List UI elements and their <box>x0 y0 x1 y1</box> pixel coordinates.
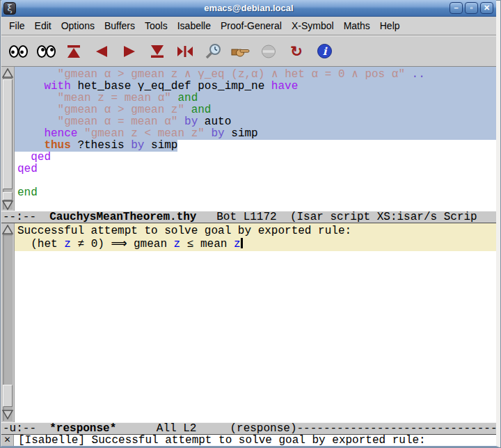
response-highlight: Successful attempt to solve goal by expo… <box>15 223 496 251</box>
response-scrollbar[interactable] <box>1 223 15 422</box>
menu-item-proof-general[interactable]: Proof-General <box>216 18 287 33</box>
code-segment: end <box>17 186 38 199</box>
text-line: "gmean α > gmean z ∧ γ_eq (z,α) ∧ het α … <box>15 67 496 81</box>
response-buffer[interactable]: Successful attempt to solve goal by expo… <box>15 223 496 422</box>
menu-item-maths[interactable]: Maths <box>339 18 375 33</box>
modeline-info: Bot L1172 (Isar script XS:isar/s Scrip <box>196 211 477 223</box>
code-segment: "gmean z < mean z" <box>84 127 205 140</box>
scroll-thumb-end[interactable] <box>3 192 13 200</box>
text-line: end <box>17 187 496 199</box>
goto-start-icon <box>65 44 82 59</box>
code-segment: and <box>177 92 198 104</box>
menu-item-buffers[interactable]: Buffers <box>100 18 140 33</box>
menu-item-isabelle[interactable]: Isabelle <box>173 18 216 33</box>
menu-item-edit[interactable]: Edit <box>30 18 56 33</box>
minibuffer-text: [Isabelle] Successful attempt to solve g… <box>14 435 426 446</box>
text-line <box>17 175 496 187</box>
minimize-icon: – <box>454 3 458 12</box>
proof-state-eyes-icon[interactable] <box>8 42 28 61</box>
script-scrollbar[interactable] <box>1 67 15 211</box>
code-segment: z <box>234 238 241 250</box>
menu-item-tools[interactable]: Tools <box>140 18 173 33</box>
code-segment: "gmean α > gmean z" <box>58 104 184 116</box>
menu-item-help[interactable]: Help <box>375 18 405 33</box>
next-step-button[interactable] <box>120 42 139 61</box>
code-segment: qed <box>31 151 51 163</box>
modeline-flags: --:-- <box>3 211 49 223</box>
code-segment: have <box>271 80 298 93</box>
code-segment: by <box>211 127 224 140</box>
code-segment: z <box>64 238 71 250</box>
scroll-up-icon[interactable] <box>2 225 13 234</box>
minimize-button[interactable]: – <box>450 2 463 14</box>
text-line: (het z ≠ 0) ⟹ gmean z ≤ mean z <box>17 237 496 249</box>
maximize-button[interactable]: ▫ <box>465 2 478 14</box>
script-buffer[interactable]: "gmean α > gmean z ∧ γ_eq (z,α) ∧ het α … <box>15 67 496 211</box>
restart-icon: ↻ <box>290 44 303 59</box>
text-line: "mean z = mean α" and <box>15 93 496 104</box>
interrupt-button[interactable] <box>259 42 278 61</box>
emacs-window: ξ emacs@debian.local – ▫ ✕ FileEditOptio… <box>0 0 501 448</box>
arrow-right-icon <box>122 45 137 58</box>
text-line: with het_base γ_eq_def pos_imp_ne have <box>15 81 496 93</box>
find-theorems-button[interactable] <box>203 42 223 61</box>
eyes-glance-icon <box>37 45 56 58</box>
minibuffer-gutter-icon: ✕ <box>1 435 14 446</box>
scroll-down-icon[interactable] <box>2 200 13 210</box>
info-icon: i <box>317 43 333 59</box>
restart-button[interactable]: ↻ <box>287 42 306 61</box>
code-segment: qed <box>17 163 38 175</box>
eyes-icon <box>9 45 28 58</box>
arrow-left-icon <box>94 45 109 58</box>
goto-point-icon <box>176 45 194 58</box>
code-segment: "gmean α = mean α" <box>58 115 178 128</box>
text-line: Successful attempt to solve goal by expo… <box>17 225 496 237</box>
text-cursor <box>241 238 243 248</box>
menu-item-x-symbol[interactable]: X-Symbol <box>287 18 339 33</box>
text-line: thus ?thesis by simp <box>17 140 496 152</box>
modeline-flags: -u:-- <box>3 422 49 435</box>
goto-end-icon <box>149 44 166 59</box>
modeline-script[interactable]: --:-- CauchysMeanTheorem.thy Bot L1172 (… <box>1 211 496 223</box>
toolbar: ↻ i <box>1 35 496 67</box>
modeline-info: All L2 (response)-----------------------… <box>116 422 496 435</box>
proof-context-eyes-icon[interactable] <box>36 42 56 61</box>
code-segment: by <box>131 139 144 152</box>
response-window: Successful attempt to solve goal by expo… <box>1 223 496 422</box>
retract-buffer-button[interactable] <box>64 42 84 61</box>
code-segment: and <box>191 104 212 116</box>
text-line: "gmean α > gmean z" and <box>15 104 496 116</box>
menu-item-options[interactable]: Options <box>56 18 100 33</box>
close-button[interactable]: ✕ <box>480 2 493 14</box>
code-segment: by <box>184 115 198 128</box>
scroll-down-icon[interactable] <box>2 410 13 419</box>
undo-step-button[interactable] <box>92 42 111 61</box>
code-segment: hence <box>44 127 77 140</box>
process-buffer-button[interactable] <box>148 42 167 61</box>
goto-point-button[interactable] <box>175 42 195 61</box>
code-segment: "mean z = mean α" <box>58 92 171 104</box>
window-controls: – ▫ ✕ <box>450 2 493 14</box>
text-line: hence "gmean z < mean z" by simp <box>15 128 496 140</box>
modeline-buffer-name: CauchysMeanTheorem.thy <box>49 211 196 223</box>
stop-disabled-icon <box>260 44 277 59</box>
window-title: emacs@debian.local <box>1 3 496 13</box>
issue-command-button[interactable] <box>231 42 250 61</box>
text-line: qed <box>17 163 496 175</box>
modeline-response[interactable]: -u:-- *response* All L2 (response)------… <box>1 422 496 435</box>
code-segment: with <box>44 80 70 93</box>
minibuffer[interactable]: ✕ [Isabelle] Successful attempt to solve… <box>1 435 496 446</box>
info-button[interactable]: i <box>315 42 334 61</box>
titlebar[interactable]: ξ emacs@debian.local – ▫ ✕ <box>1 0 496 17</box>
text-line <box>17 199 496 211</box>
menu-bar: FileEditOptionsBuffersToolsIsabelleProof… <box>1 17 496 35</box>
text-line: "gmean α = mean α" by auto <box>15 116 496 128</box>
code-segment: ⟹ <box>111 237 127 250</box>
magnifier-clock-icon <box>204 44 222 59</box>
scroll-up-icon[interactable] <box>2 68 13 78</box>
scroll-thumb[interactable] <box>3 385 13 407</box>
menu-item-file[interactable]: File <box>4 18 30 33</box>
code-segment: .. <box>412 68 425 81</box>
scroll-thumb[interactable] <box>3 79 13 189</box>
modeline-buffer-name: *response* <box>49 422 116 435</box>
